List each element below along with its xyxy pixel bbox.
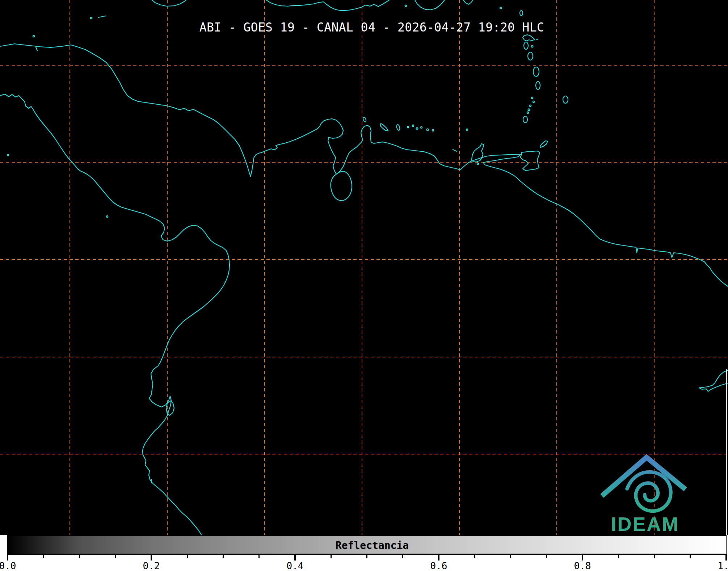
image-title: ABI - GOES 19 - CANAL 04 - 2026-04-27 19… [199,20,544,34]
aruba-path [362,117,366,122]
grenadines-dot [527,112,529,113]
aves-dot [405,5,407,7]
ideam-swirl-icon [627,472,671,511]
colorbar-minor-tick [79,554,80,558]
guadeloupe-path [523,35,535,41]
malpelo-dot [106,216,108,217]
grenadines-dot [533,101,534,102]
bay-islands-path [98,16,106,17]
colorbar-major-tick [582,554,583,560]
colorbar-tick-label: 1.0 [718,561,728,571]
les-saintes-dot [531,46,533,47]
antilles-north-dot [500,7,501,9]
pacific-coast-path [0,94,230,535]
caribbean-coast-path [0,44,728,286]
colorbar-minor-tick [546,554,547,558]
puerto-rico-south-coast-path [415,0,445,10]
colorbar-minor-tick [366,554,367,558]
colorbar-label: Reflectancia [336,539,409,551]
colorbar-minor-tick [402,554,403,558]
barbados-path [563,96,568,103]
colorbar-minor-tick [258,554,260,558]
colorbar-area: Reflectancia 0.00.20.40.60.81.0 [0,535,728,571]
colorbar-tick-label: 0.0 [0,561,16,571]
colorbar-tick-label: 0.6 [430,561,447,571]
los-roques-dot [407,126,409,128]
providencia-dot [33,35,34,37]
ideam-logo [604,457,683,511]
colorbar-tick-label: 0.2 [143,561,160,571]
los-roques-dot [416,128,418,130]
los-roques-dot [427,129,429,131]
satellite-image-screen: ABI - GOES 19 - CANAL 04 - 2026-04-27 19… [0,0,728,571]
colorbar-minor-tick [654,554,655,558]
grenadines-dot [530,105,531,106]
colorbar-minor-tick [223,554,224,558]
grenada-path [523,116,527,123]
martinique-path [528,52,533,60]
ideam-logo-text: IDEAM [611,513,679,535]
colorbar-gradient: Reflectancia [7,535,727,555]
tobago-path [540,141,548,147]
grenadines-dot [528,109,530,111]
latlon-gridlines [0,0,728,535]
colorbar-minor-tick [618,554,619,558]
los-roques-dot [412,125,414,126]
colorbar-minor-tick [115,554,116,558]
island-dot [466,129,468,130]
san-andres-path [36,47,37,51]
colorbar-minor-tick [474,554,475,558]
trinidad-path [520,151,540,171]
colorbar-minor-tick [43,554,44,558]
colorbar-major-tick [294,554,296,560]
amazon-river-path [699,370,728,391]
map-svg [0,0,728,535]
montserrat-path [520,11,523,16]
bonaire-path [396,124,400,131]
coastlines [0,0,728,535]
virgin-islands-path [463,0,473,4]
jamaica-coast-path [152,0,186,6]
st-lucia-path [533,67,539,76]
colorbar-major-tick [7,554,8,560]
lobos-island-path [151,479,152,483]
grenadines-dot [531,97,533,98]
colorbar-tick-label: 0.4 [287,561,304,571]
utila-dot [91,17,92,19]
los-roques-dot [421,127,422,128]
colorbar-major-tick [725,554,727,560]
colorbar-minor-tick [331,554,332,558]
colorbar-major-tick [438,554,439,560]
colorbar-minor-tick [690,554,691,558]
colorbar-major-tick [151,554,152,560]
dominica-path [524,42,528,49]
colorbar-minor-tick [510,554,511,558]
colorbar-tick-label: 0.8 [574,561,591,571]
curacao-path [380,123,388,131]
marie-galante-path [536,39,538,40]
hispaniola-south-coast-path [266,0,389,11]
orchila-island-path [453,150,457,151]
map-canvas: ABI - GOES 19 - CANAL 04 - 2026-04-27 19… [0,0,728,535]
los-roques-dot [432,130,434,131]
colorbar-minor-tick [187,554,188,558]
st-vincent-path [536,81,540,89]
coche-dot [477,163,479,164]
lake-maracaibo-path [331,171,352,201]
cocos-dot [7,154,9,156]
